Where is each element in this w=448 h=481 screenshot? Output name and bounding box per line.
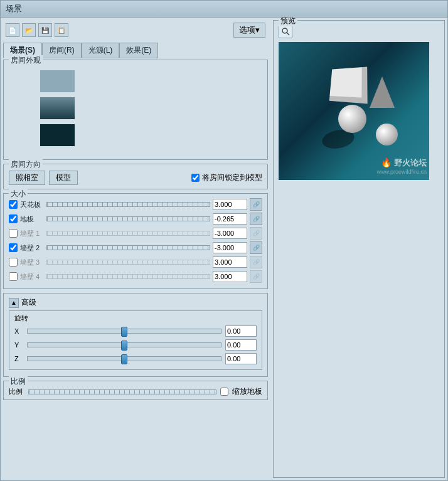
sphere1-obj [338, 105, 366, 133]
rotation-sub: 旋转 X Y [9, 310, 262, 370]
wall2-input[interactable] [213, 242, 247, 253]
right-panel: 预览 🔥 [270, 18, 447, 480]
wall4-input[interactable] [213, 271, 247, 282]
swatch-medium[interactable] [40, 97, 75, 119]
watermark-line1: 野火论坛 [394, 158, 427, 167]
room-appearance-section: 房间外观 [3, 60, 268, 160]
lock-label: 将房间锁定到模型 [202, 172, 262, 183]
wall1-input[interactable] [213, 228, 247, 239]
cube-obj [329, 67, 368, 104]
preview-canvas: 🔥 野火论坛 www.proewildfire.cn [279, 42, 429, 180]
camera-button[interactable]: 照相室 [9, 171, 45, 185]
options-button[interactable]: 选项▾ [233, 23, 265, 38]
sphere2-obj [376, 124, 398, 145]
wall2-checkbox[interactable] [9, 243, 18, 252]
collapse-button[interactable]: ▲ [9, 298, 19, 308]
floor-label: 地板 [20, 214, 44, 224]
cone-obj [370, 77, 395, 108]
wall2-slider[interactable] [46, 245, 210, 250]
scale-label: 比例 [9, 387, 24, 396]
tab-room[interactable]: 房间(R) [42, 43, 82, 58]
size-row-3: 墙壁 2 🔗 [9, 241, 262, 254]
wall2-link-icon[interactable]: 🔗 [250, 241, 262, 254]
scale-row: 比例 缩放地板 [9, 386, 262, 397]
wall3-input[interactable] [213, 256, 247, 268]
wall4-slider[interactable] [46, 274, 210, 279]
axis-x-label: X [14, 327, 23, 335]
advanced-label: 高级 [21, 297, 36, 308]
rot-input-y[interactable] [225, 339, 257, 351]
export-button[interactable]: 📋 [55, 23, 68, 37]
svg-line-1 [287, 33, 289, 35]
ceiling-label: 天花板 [20, 200, 44, 209]
wall1-link-icon[interactable]: 🔗 [250, 227, 262, 240]
scale-slider[interactable] [28, 389, 216, 394]
rot-input-x[interactable] [225, 325, 257, 337]
axis-y-label: Y [14, 341, 23, 349]
shrink-floor-label: 缩放地板 [232, 386, 262, 397]
main-content: 📄 📂 💾 📋 选项▾ 场景(S) 房间(R) 光源(L) 效果(E) 房间外观 [1, 18, 447, 480]
wall3-link-icon[interactable]: 🔗 [250, 256, 262, 268]
ceiling-input[interactable] [213, 199, 247, 210]
tab-effect[interactable]: 效果(E) [119, 43, 158, 58]
axis-z-label: Z [14, 355, 23, 362]
wall1-checkbox[interactable] [9, 229, 18, 238]
rot-row-x: X [14, 325, 257, 337]
open-button[interactable]: 📂 [22, 23, 36, 37]
wall2-label: 墙壁 2 [20, 243, 44, 253]
lock-checkbox[interactable] [191, 174, 200, 182]
save-button[interactable]: 💾 [38, 23, 52, 37]
wall1-label: 墙壁 1 [20, 229, 44, 238]
rot-thumb-z[interactable] [121, 354, 127, 364]
wall3-label: 墙壁 3 [20, 258, 44, 267]
room-appearance-label: 房间外观 [9, 55, 43, 66]
watermark-logo: 🔥 野火论坛 [376, 157, 427, 169]
rot-thumb-y[interactable] [121, 341, 127, 351]
watermark-line2: www.proewildfire.cn [376, 169, 427, 175]
rot-slider-z[interactable] [27, 356, 221, 361]
wall1-slider[interactable] [46, 231, 210, 236]
left-panel: 📄 📂 💾 📋 选项▾ 场景(S) 房间(R) 光源(L) 效果(E) 房间外观 [1, 18, 270, 480]
preview-search-button[interactable] [279, 24, 292, 38]
size-row-5: 墙壁 4 🔗 [9, 270, 262, 283]
wall3-slider[interactable] [46, 260, 210, 265]
floor-link-icon[interactable]: 🔗 [250, 213, 262, 225]
advanced-header: ▲ 高级 [9, 297, 262, 308]
wall3-checkbox[interactable] [9, 258, 18, 267]
floor-slider[interactable] [46, 216, 210, 221]
ceiling-slider[interactable] [46, 202, 210, 207]
tab-light[interactable]: 光源(L) [82, 43, 120, 58]
floor-checkbox[interactable] [9, 214, 18, 223]
swatch-dark[interactable] [40, 124, 75, 146]
advanced-section: ▲ 高级 旋转 X Y [3, 293, 268, 377]
rot-slider-y[interactable] [27, 342, 221, 347]
rot-input-z[interactable] [225, 353, 257, 364]
direction-row: 照相室 模型 将房间锁定到模型 [9, 168, 262, 185]
color-swatches [9, 64, 262, 146]
wall4-checkbox[interactable] [9, 272, 18, 281]
watermark: 🔥 野火论坛 www.proewildfire.cn [376, 157, 427, 175]
rot-thumb-x[interactable] [121, 327, 127, 337]
new-button[interactable]: 📄 [6, 23, 19, 37]
size-row-1: 地板 🔗 [9, 213, 262, 225]
preview-section: 预览 🔥 [273, 20, 445, 478]
room-direction-section: 房间方向 照相室 模型 将房间锁定到模型 [3, 164, 268, 189]
size-row-0: 天花板 🔗 [9, 198, 262, 211]
model-button[interactable]: 模型 [49, 171, 78, 185]
ceiling-link-icon[interactable]: 🔗 [250, 198, 262, 211]
scale-section-label: 比例 [9, 376, 28, 387]
rot-row-z: Z [14, 353, 257, 364]
floor-input[interactable] [213, 213, 247, 225]
main-window: 场景 📄 📂 💾 📋 选项▾ 场景(S) 房间(R) 光源(L) 效果(E) [0, 0, 448, 481]
rot-row-y: Y [14, 339, 257, 351]
lock-row: 将房间锁定到模型 [191, 172, 262, 183]
window-title: 场景 [6, 3, 22, 14]
rot-slider-x[interactable] [27, 329, 221, 334]
shrink-floor-checkbox[interactable] [220, 388, 228, 396]
swatch-light[interactable] [40, 70, 75, 92]
ceiling-checkbox[interactable] [9, 200, 18, 209]
wall4-link-icon[interactable]: 🔗 [250, 270, 262, 283]
size-section: 大小 天花板 🔗 地板 🔗 [3, 193, 268, 289]
toolbar: 📄 📂 💾 📋 选项▾ [3, 20, 268, 40]
scale-section: 比例 比例 缩放地板 [3, 381, 268, 400]
